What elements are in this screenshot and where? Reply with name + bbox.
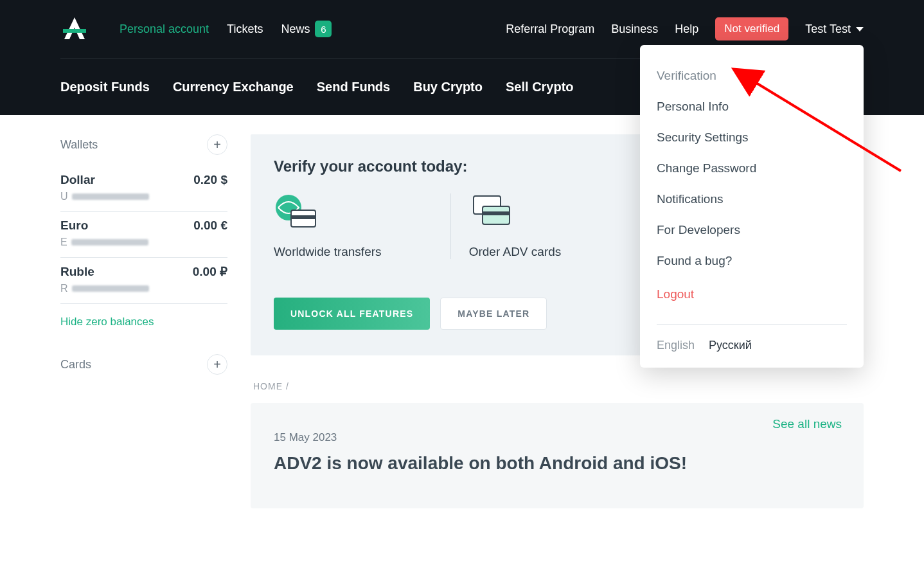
subnav-sell[interactable]: Sell Crypto — [506, 80, 574, 94]
user-dropdown: Verification Personal Info Security Sett… — [640, 45, 864, 368]
redacted-icon — [72, 193, 149, 200]
svg-rect-7 — [483, 211, 510, 215]
not-verified-badge[interactable]: Not verified — [715, 17, 788, 40]
nav-left: Personal account Tickets News 6 — [120, 21, 332, 37]
wallet-name: Ruble — [60, 265, 94, 279]
language-selector: English Русский — [657, 339, 847, 352]
news-count-badge: 6 — [315, 21, 332, 37]
wallet-amount: 0.00 € — [193, 219, 227, 233]
see-all-news[interactable]: See all news — [772, 417, 842, 431]
redacted-icon — [71, 239, 148, 246]
nav-referral[interactable]: Referral Program — [506, 22, 594, 36]
redacted-icon — [72, 285, 149, 292]
cards-icon — [469, 193, 515, 229]
nav-news[interactable]: News 6 — [281, 21, 332, 37]
cards-title: Cards — [60, 358, 91, 371]
hide-zero-balances[interactable]: Hide zero balances — [60, 316, 227, 328]
feature-label: Order ADV cards — [469, 245, 628, 259]
nav-right: Referral Program Business Help Not verif… — [506, 17, 864, 40]
subnav-buy[interactable]: Buy Crypto — [413, 80, 483, 94]
dropdown-personal-info[interactable]: Personal Info — [657, 91, 847, 122]
user-menu-trigger[interactable]: Test Test — [805, 22, 864, 36]
user-name: Test Test — [805, 22, 851, 36]
wallet-item[interactable]: Euro 0.00 € E — [60, 212, 227, 258]
dropdown-found-bug[interactable]: Found a bug? — [657, 246, 847, 276]
dropdown-logout[interactable]: Logout — [657, 279, 847, 310]
caret-down-icon — [856, 27, 864, 31]
globe-card-icon — [274, 193, 320, 229]
nav-news-label[interactable]: News — [281, 22, 310, 36]
subnav-exchange[interactable]: Currency Exchange — [173, 80, 294, 94]
breadcrumb[interactable]: HOME / — [253, 381, 864, 391]
lang-russian[interactable]: Русский — [709, 339, 752, 352]
add-wallet-button[interactable]: + — [207, 134, 227, 155]
news-title[interactable]: ADV2 is now available on both Android an… — [274, 453, 840, 474]
nav-help[interactable]: Help — [675, 22, 698, 36]
subnav-deposit[interactable]: Deposit Funds — [60, 80, 150, 94]
maybe-later-button[interactable]: MAYBE LATER — [440, 298, 547, 330]
dropdown-verification[interactable]: Verification — [657, 60, 847, 91]
nav-personal-account[interactable]: Personal account — [120, 22, 209, 36]
unlock-all-button[interactable]: UNLOCK ALL FEATURES — [274, 298, 430, 330]
wallet-item[interactable]: Ruble 0.00 ₽ R — [60, 258, 227, 304]
cards-header: Cards + — [60, 354, 227, 375]
add-card-button[interactable]: + — [207, 354, 227, 375]
wallets-header: Wallets + — [60, 134, 227, 155]
feature-label: Worldwide transfers — [274, 245, 432, 259]
dropdown-change-password[interactable]: Change Password — [657, 153, 847, 184]
news-card: See all news 15 May 2023 ADV2 is now ava… — [251, 403, 864, 508]
dropdown-for-developers[interactable]: For Developers — [657, 215, 847, 246]
wallet-id: R — [60, 283, 227, 294]
wallet-id: U — [60, 191, 227, 202]
svg-rect-0 — [63, 29, 86, 33]
wallet-name: Euro — [60, 219, 88, 233]
svg-rect-4 — [291, 215, 315, 219]
nav-business[interactable]: Business — [611, 22, 658, 36]
wallet-id: E — [60, 237, 227, 248]
dropdown-divider — [657, 324, 847, 325]
subnav-send[interactable]: Send Funds — [317, 80, 390, 94]
dropdown-notifications[interactable]: Notifications — [657, 184, 847, 215]
dropdown-security-settings[interactable]: Security Settings — [657, 122, 847, 153]
wallet-amount: 0.00 ₽ — [193, 264, 227, 279]
nav-tickets[interactable]: Tickets — [227, 22, 263, 36]
wallet-amount: 0.20 $ — [193, 173, 227, 187]
feature-order-cards: Order ADV cards — [451, 193, 646, 259]
news-date: 15 May 2023 — [274, 431, 840, 444]
logo-icon[interactable] — [60, 15, 89, 43]
sidebar: Wallets + Dollar 0.20 $ U Euro 0.00 € E — [60, 134, 227, 508]
wallet-name: Dollar — [60, 173, 95, 187]
lang-english[interactable]: English — [657, 339, 695, 352]
wallets-title: Wallets — [60, 138, 98, 152]
wallet-item[interactable]: Dollar 0.20 $ U — [60, 166, 227, 212]
feature-worldwide-transfers: Worldwide transfers — [274, 193, 451, 259]
